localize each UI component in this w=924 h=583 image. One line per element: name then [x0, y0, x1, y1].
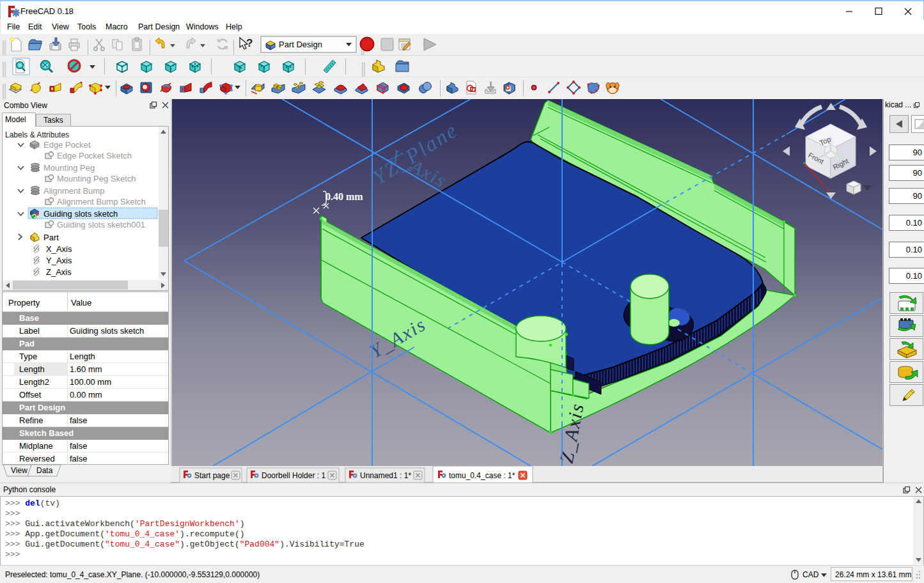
svg-text:Alignment Bump Sketch: Alignment Bump Sketch	[57, 197, 146, 206]
svg-text:Y_Axis: Y_Axis	[46, 256, 72, 265]
svg-text:Part Design: Part Design	[279, 40, 322, 49]
svg-text:Guiding slots sketch001: Guiding slots sketch001	[57, 220, 145, 229]
svg-text:Data: Data	[36, 466, 53, 475]
svg-text:X_Axis: X_Axis	[46, 244, 72, 254]
svg-text:Edge Pocket: Edge Pocket	[43, 140, 91, 150]
svg-text:Doorbell Holder : 1: Doorbell Holder : 1	[262, 471, 325, 480]
svg-text:x: x	[826, 185, 829, 193]
svg-text:0.40 mm: 0.40 mm	[325, 191, 363, 202]
svg-text:Part: Part	[43, 233, 59, 242]
svg-text:Mounting Peg: Mounting Peg	[43, 163, 95, 173]
svg-text:View: View	[11, 466, 27, 475]
svg-text:Guiding slots sketch: Guiding slots sketch	[43, 209, 118, 219]
svg-text:Edge Pocket Sketch: Edge Pocket Sketch	[57, 151, 132, 160]
svg-text:z: z	[808, 122, 811, 130]
svg-text:Mounting Peg Sketch: Mounting Peg Sketch	[57, 174, 136, 183]
svg-text:tomu_0.4_case : 1*: tomu_0.4_case : 1*	[449, 471, 515, 480]
svg-text:Unnamed1 : 1*: Unnamed1 : 1*	[360, 471, 411, 480]
svg-text:?: ?	[246, 37, 253, 49]
svg-text:Start page: Start page	[194, 471, 230, 480]
svg-text:Z_Axis: Z_Axis	[46, 267, 72, 277]
svg-text:Alignment Bump: Alignment Bump	[43, 186, 104, 196]
